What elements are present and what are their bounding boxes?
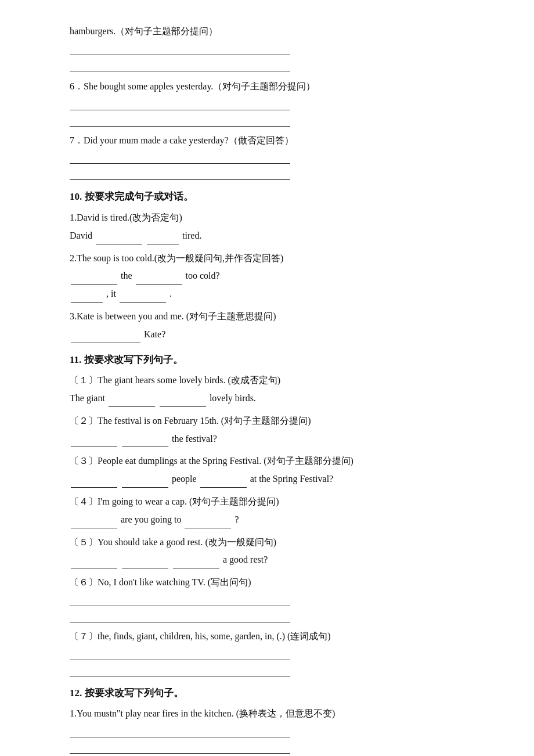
s11-4-answer: are you going to ?: [70, 512, 464, 528]
s11-q5: 〔５〕You should take a good rest. (改为一般疑问句…: [70, 534, 464, 569]
s11-4-qmark: ?: [234, 514, 239, 524]
s11-4-q-text: 〔４〕I'm going to wear a cap. (对句子主题部分提问): [70, 494, 464, 510]
section11-title: 11. 按要求改写下列句子。: [70, 351, 464, 369]
s11-7-answer-lines: [70, 647, 464, 676]
s10-q1-david: David: [70, 231, 92, 240]
s11-3-blank2: [122, 477, 168, 488]
s10-q2: 2.The soup is too cold.(改为一般疑问句,并作否定回答) …: [70, 250, 464, 303]
s12-q1-line2: [70, 741, 290, 754]
q6-answer-line-2: [70, 114, 290, 127]
s11-q6: 〔６〕No, I don't like watching TV. (写出问句): [70, 574, 464, 622]
s11-3-people: people: [172, 474, 197, 484]
q7-text: 7．Did your mum made a cake yesterday?（做否…: [70, 132, 464, 149]
q6-answer-line-1: [70, 98, 290, 110]
s10-q2-it: , it: [106, 289, 116, 298]
s10-q2-period: .: [169, 289, 172, 298]
q7-section: 7．Did your mum made a cake yesterday?（做否…: [70, 132, 464, 181]
s11-5-rest: a good rest?: [223, 555, 268, 564]
s12-q1-answer-lines: [70, 725, 464, 754]
s11-1-blank2: [160, 397, 206, 407]
s11-3-q-text: 〔３〕People eat dumplings at the Spring Fe…: [70, 453, 464, 470]
q6-answer-lines: [70, 98, 464, 127]
s11-1-giant: The giant: [70, 393, 105, 403]
s11-2-blank2: [122, 437, 168, 447]
hamburgers-text: hamburgers.（对句子主题部分提问）: [70, 23, 464, 40]
s11-7-line2: [70, 664, 290, 676]
s11-5-blank1: [71, 558, 117, 568]
section12-title: 12. 按要求改写下列句子。: [70, 685, 464, 703]
s11-6-line2: [70, 610, 290, 622]
s11-1-q-text: 〔１〕The giant hears some lovely birds. (改…: [70, 372, 464, 389]
s11-q2: 〔２〕The festival is on February 15th. (对句…: [70, 413, 464, 448]
s11-3-spring: at the Spring Festival?: [250, 474, 334, 484]
s12-q1-text: 1.You mustn"t play near fires in the kit…: [70, 705, 464, 722]
s11-4-blank2: [185, 518, 231, 528]
s10-q1-blank1: [96, 234, 142, 244]
s10-q3-text: 3.Kate is between you and me. (对句子主题意思提问…: [70, 308, 464, 325]
s11-6-answer-lines: [70, 593, 464, 622]
s10-q2-text: 2.The soup is too cold.(改为一般疑问句,并作否定回答): [70, 250, 464, 267]
q6-text: 6．She bought some apples yesterday.（对句子主…: [70, 78, 464, 95]
s11-5-answer: a good rest?: [70, 552, 464, 568]
s10-q3-blank: [71, 333, 140, 343]
s10-q1-text: 1.David is tired.(改为否定句): [70, 210, 464, 226]
s11-2-q-text: 〔２〕The festival is on February 15th. (对句…: [70, 413, 464, 430]
s11-4-blank1: [71, 518, 117, 528]
answer-line-2: [70, 59, 290, 71]
s10-q1-blank2: [147, 234, 179, 244]
s10-q3-kate: Kate?: [144, 329, 165, 339]
s11-4-going: are you going to: [121, 514, 181, 524]
section12: 12. 按要求改写下列句子。 1.You mustn"t play near f…: [70, 685, 464, 756]
section10: 10. 按要求完成句子或对话。 1.David is tired.(改为否定句)…: [70, 188, 464, 343]
s10-q3: 3.Kate is between you and me. (对句子主题意思提问…: [70, 308, 464, 343]
s11-q1: 〔１〕The giant hears some lovely birds. (改…: [70, 372, 464, 407]
s11-2-answer: the festival?: [70, 431, 464, 448]
s12-q1-line1: [70, 725, 290, 737]
s11-6-q-text: 〔６〕No, I don't like watching TV. (写出问句): [70, 574, 464, 591]
q7-answer-lines: [70, 151, 464, 180]
s10-q3-answer: Kate?: [70, 326, 464, 343]
s10-q2-answer2: , it .: [70, 286, 464, 303]
hamburgers-answer-lines: [70, 42, 464, 71]
q7-answer-line-1: [70, 151, 290, 164]
s10-q2-the: the: [121, 271, 132, 280]
s10-q2-blank1: [71, 274, 117, 285]
s11-7-q-text: 〔７〕the, finds, giant, children, his, som…: [70, 628, 464, 645]
section11: 11. 按要求改写下列句子。 〔１〕The giant hears some l…: [70, 351, 464, 676]
s10-q1-tired: tired.: [182, 231, 201, 240]
s10-q1: 1.David is tired.(改为否定句) David tired.: [70, 210, 464, 244]
s11-6-line1: [70, 593, 290, 606]
s10-q2-blank4: [120, 292, 166, 303]
s11-1-lovely: lovely birds.: [210, 393, 256, 403]
s11-7-line1: [70, 647, 290, 660]
s11-q7: 〔７〕the, finds, giant, children, his, som…: [70, 628, 464, 676]
s11-2-blank1: [71, 437, 117, 447]
q7-answer-line-2: [70, 167, 290, 180]
s11-q3: 〔３〕People eat dumplings at the Spring Fe…: [70, 453, 464, 488]
q6-section: 6．She bought some apples yesterday.（对句子主…: [70, 78, 464, 127]
s11-5-blank3: [173, 558, 219, 568]
section10-title: 10. 按要求完成句子或对话。: [70, 188, 464, 206]
s11-3-answer: people at the Spring Festival?: [70, 471, 464, 488]
s11-1-blank1: [109, 397, 155, 407]
s11-3-blank3: [200, 477, 247, 488]
s11-5-q-text: 〔５〕You should take a good rest. (改为一般疑问句…: [70, 534, 464, 551]
hamburgers-section: hamburgers.（对句子主题部分提问）: [70, 23, 464, 71]
s11-q4: 〔４〕I'm going to wear a cap. (对句子主题部分提问) …: [70, 494, 464, 528]
s11-3-blank1: [71, 477, 117, 488]
s12-q1: 1.You mustn"t play near fires in the kit…: [70, 705, 464, 754]
s10-q2-blank3: [71, 292, 103, 303]
s10-q2-blank2: [136, 274, 182, 285]
s10-q1-answer: David tired.: [70, 228, 464, 244]
s11-2-festival: the festival?: [172, 434, 217, 444]
s11-5-blank2: [122, 558, 168, 568]
s10-q2-toocold: too cold?: [186, 271, 220, 280]
s10-q2-answer1: the too cold?: [70, 268, 464, 285]
answer-line-1: [70, 42, 290, 55]
s11-1-answer: The giant lovely birds.: [70, 390, 464, 407]
